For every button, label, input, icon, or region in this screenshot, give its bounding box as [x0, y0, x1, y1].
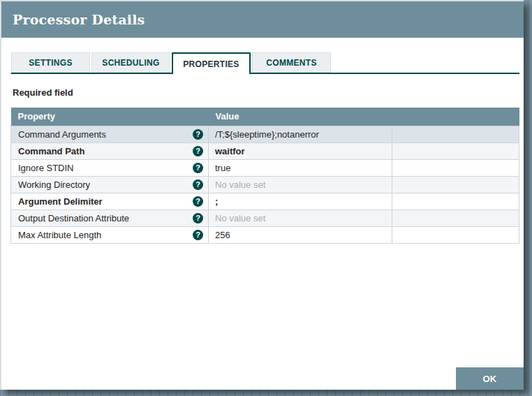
table-header-row: Property Value: [11, 108, 519, 126]
help-icon[interactable]: ?: [193, 146, 203, 156]
tab-label: SCHEDULING: [102, 58, 159, 68]
property-row[interactable]: Max Attribute Length ? 256: [11, 226, 519, 243]
property-row[interactable]: Working Directory ? No value set: [11, 176, 519, 193]
empty-cell: [392, 226, 519, 243]
property-name: Argument Delimiter: [18, 196, 103, 207]
empty-cell: [392, 176, 519, 193]
tab-label: SETTINGS: [29, 58, 72, 68]
tab-comments[interactable]: COMMENTS: [252, 52, 331, 73]
property-name: Command Path: [18, 146, 84, 156]
column-header-empty: [392, 108, 519, 126]
help-icon[interactable]: ?: [193, 230, 203, 240]
help-icon[interactable]: ?: [193, 196, 203, 207]
tab-scheduling[interactable]: SCHEDULING: [91, 52, 170, 73]
empty-cell: [392, 193, 519, 210]
property-value: waitfor: [209, 142, 392, 159]
property-row[interactable]: Ignore STDIN ? true: [11, 159, 519, 176]
property-name: Working Directory: [18, 179, 90, 190]
property-row[interactable]: Output Destination Attribute ? No value …: [11, 210, 519, 226]
dialog-title: Processor Details: [13, 12, 145, 27]
tab-label: PROPERTIES: [183, 59, 239, 69]
required-field-label: Required field: [13, 87, 73, 98]
column-header-value: Value: [209, 108, 392, 126]
property-value: No value set: [209, 210, 392, 226]
property-value: /T;${sleeptime};notanerror: [209, 126, 392, 142]
empty-cell: [392, 142, 519, 159]
help-icon[interactable]: ?: [193, 163, 203, 173]
empty-cell: [392, 210, 519, 226]
property-value: 256: [209, 226, 392, 243]
tab-bar: SETTINGS SCHEDULING PROPERTIES COMMENTS: [11, 52, 332, 74]
properties-table: Property Value Command Arguments ? /T;${…: [10, 108, 519, 244]
tab-properties[interactable]: PROPERTIES: [172, 52, 251, 74]
ok-button[interactable]: OK: [456, 367, 524, 390]
help-icon[interactable]: ?: [193, 179, 203, 190]
property-name: Output Destination Attribute: [18, 213, 129, 223]
empty-cell: [392, 159, 519, 176]
property-row[interactable]: Command Arguments ? /T;${sleeptime};nota…: [11, 126, 519, 142]
tab-label: COMMENTS: [266, 58, 316, 68]
property-value: true: [209, 159, 392, 176]
property-name: Ignore STDIN: [18, 163, 73, 173]
property-row[interactable]: Command Path ? waitfor: [11, 142, 519, 159]
column-header-property: Property: [11, 108, 209, 126]
processor-details-dialog: Processor Details SETTINGS SCHEDULING PR…: [0, 0, 524, 390]
empty-cell: [392, 126, 519, 142]
help-icon[interactable]: ?: [193, 129, 203, 140]
property-name: Command Arguments: [18, 129, 106, 140]
help-icon[interactable]: ?: [193, 213, 203, 223]
property-name: Max Attribute Length: [18, 230, 101, 240]
property-value: ;: [209, 193, 392, 210]
tab-settings[interactable]: SETTINGS: [11, 52, 90, 73]
property-value: No value set: [209, 176, 392, 193]
dialog-titlebar: Processor Details: [1, 1, 524, 38]
property-row[interactable]: Argument Delimiter ? ;: [11, 193, 519, 210]
